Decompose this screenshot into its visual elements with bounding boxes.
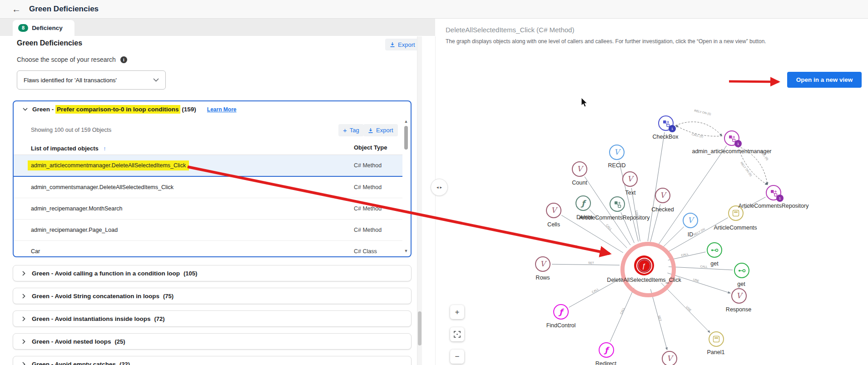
deficiency-title-prefix: Green -: [32, 106, 54, 113]
deficiency-title: Green - Avoid calling a function in a co…: [32, 270, 180, 277]
graph-node-FindControl[interactable]: ƒ: [553, 304, 569, 320]
graph-title: DeleteAllSelectedItems_Click (C# Method): [446, 26, 574, 34]
deficiency-panel-collapsed[interactable]: Green - Avoid calling a function in a co…: [13, 265, 412, 281]
deficiency-panel-collapsed[interactable]: Green - Avoid empty catches(22): [13, 356, 412, 365]
graph-node-admin_articlecommentmanager[interactable]: 1: [724, 130, 739, 146]
deficiency-count: (159): [182, 106, 196, 113]
graph-node-Delete[interactable]: ƒ: [575, 195, 591, 211]
graph-node-label: ArticleCommentsRepository: [739, 203, 809, 209]
scope-dropdown-value: Flaws identified for 'All transactions': [24, 77, 117, 84]
scope-dropdown[interactable]: Flaws identified for 'All transactions': [17, 70, 166, 90]
tag-button-label: Tag: [350, 127, 359, 134]
chevron-down-icon[interactable]: [23, 108, 28, 111]
graph-node-ID[interactable]: V: [683, 213, 698, 228]
node-count-badge: 1: [669, 125, 676, 132]
column-impacted-objects[interactable]: List of impacted objects: [31, 145, 99, 152]
graph-node-label: ArticleComments: [714, 225, 757, 231]
zoom-in-button[interactable]: +: [450, 305, 464, 319]
graph-node-Checked[interactable]: V: [655, 188, 670, 203]
graph-node-Response[interactable]: V: [731, 288, 747, 304]
tab-deficiency[interactable]: 8 Deficiency: [13, 20, 74, 36]
graph-node-label: Panel1: [707, 349, 725, 355]
deficiency-title-highlight: Prefer comparison-to-0 in loop condition…: [55, 105, 180, 114]
graph-node-label: ArticleCommentsRepository: [580, 215, 650, 221]
graph-node-label: Redirect: [595, 360, 617, 365]
table-row[interactable]: admin_commentsmanager.DeleteAllSelectedI…: [14, 177, 402, 198]
object-name: admin_recipemanager.Page_Load: [31, 227, 118, 233]
chevron-right-icon: [22, 339, 25, 344]
export-objects-button[interactable]: Export: [363, 124, 398, 136]
object-type: C# Method: [354, 184, 382, 190]
deficiency-title: Green - Avoid nested loops: [32, 338, 111, 345]
svg-text:USE: USE: [693, 278, 699, 283]
graph-node-RECID[interactable]: V: [609, 145, 625, 160]
graph-node-Cells[interactable]: V: [546, 203, 561, 218]
table-row[interactable]: admin_recipemanager.MonthSearchC# Method: [14, 198, 402, 220]
deficiency-count: (105): [184, 270, 197, 277]
deficiency-count: (72): [154, 315, 165, 322]
info-icon[interactable]: i: [120, 56, 127, 63]
deficiency-panel-collapsed[interactable]: Green - Avoid nested loops(25): [13, 333, 412, 350]
inner-scrollbar-thumb[interactable]: [404, 126, 408, 150]
panel-resize-handle[interactable]: ◂▸: [431, 179, 448, 196]
showing-count: Showing 100 out of 159 Objects: [31, 127, 111, 133]
plus-icon: +: [343, 127, 347, 134]
tag-button[interactable]: + Tag: [338, 124, 364, 136]
deficiency-panel-collapsed[interactable]: Green - Avoid String concatenation in lo…: [13, 288, 412, 304]
graph-node-label: Response: [726, 306, 751, 313]
svg-text:SET: SET: [658, 315, 662, 321]
graph-node-ArticleCommentsRepository[interactable]: 1: [766, 185, 781, 200]
chevron-right-icon: [22, 362, 25, 365]
back-arrow-icon[interactable]: ←: [12, 5, 21, 14]
learn-more-link[interactable]: Learn More: [207, 106, 237, 113]
column-object-type[interactable]: Object Type: [354, 144, 387, 151]
open-in-new-view-button[interactable]: Open in a new view: [787, 72, 862, 88]
deficiency-title: Green - Avoid String concatenation in lo…: [32, 293, 159, 300]
node-count-badge: 1: [776, 195, 784, 202]
object-type: C# Method: [354, 205, 382, 212]
deficiency-panel-collapsed[interactable]: Green - Avoid instantiations inside loop…: [13, 310, 412, 327]
graph-node-get[interactable]: [707, 242, 722, 258]
resize-right-icon: ▸: [440, 185, 442, 190]
left-panel-scrollbar-thumb[interactable]: [418, 311, 422, 345]
export-button[interactable]: Export: [385, 39, 420, 50]
fit-screen-icon: [453, 330, 461, 338]
inner-scrollbar[interactable]: ▲ ▼: [403, 119, 409, 254]
graph-node-label: Count: [572, 180, 587, 186]
download-icon: [390, 42, 395, 47]
graph-node-label: admin_articlecommentmanager: [692, 148, 771, 155]
graph-node-label: Checked: [651, 206, 674, 213]
sort-ascending-icon[interactable]: ↑: [103, 145, 106, 152]
fit-to-screen-button[interactable]: [450, 327, 464, 341]
scroll-down-icon[interactable]: ▼: [403, 248, 409, 254]
graph-node-Redirect[interactable]: ƒ: [599, 342, 614, 358]
graph-node-label: FindControl: [546, 322, 576, 329]
graph-node-Count[interactable]: V: [572, 161, 587, 177]
table-row[interactable]: admin_recipemanager.Page_LoadC# Method: [14, 220, 402, 241]
graph-node-get[interactable]: [734, 263, 749, 278]
graph-node-label: ID: [688, 231, 694, 238]
left-panel-scrollbar[interactable]: [417, 36, 422, 365]
graph-node-Rows[interactable]: V: [535, 256, 551, 272]
zoom-out-button[interactable]: −: [450, 350, 464, 364]
scope-label: Choose the scope of your research: [17, 56, 116, 63]
svg-text:CALL: CALL: [700, 265, 708, 268]
scroll-up-icon[interactable]: ▲: [403, 119, 409, 124]
graph-node-CheckBox[interactable]: 1: [658, 115, 674, 131]
table-row[interactable]: admin_articlecommentmanager.DeleteAllSel…: [14, 155, 402, 177]
table-header: List of impacted objects ↑ Object Type: [31, 144, 400, 155]
object-type: C# Method: [354, 162, 382, 169]
object-name: Car: [31, 248, 40, 255]
svg-text:SET: SET: [588, 261, 594, 264]
object-type: C# Method: [354, 227, 382, 233]
graph-node-ArticleCommentsRepository[interactable]: [610, 196, 625, 212]
graph-node-label: get: [710, 260, 718, 267]
object-name: admin_recipemanager.MonthSearch: [31, 205, 123, 212]
graph-node-label: get: [737, 281, 745, 287]
deficiency-count-badge: 8: [18, 24, 28, 31]
graph-node-Vbottom[interactable]: V: [662, 351, 677, 365]
graph-node-Panel1[interactable]: [709, 331, 724, 347]
table-row[interactable]: CarC# Class: [14, 241, 402, 257]
deficiency-count: (22): [119, 361, 130, 365]
graph-node-Text[interactable]: V: [622, 171, 638, 187]
